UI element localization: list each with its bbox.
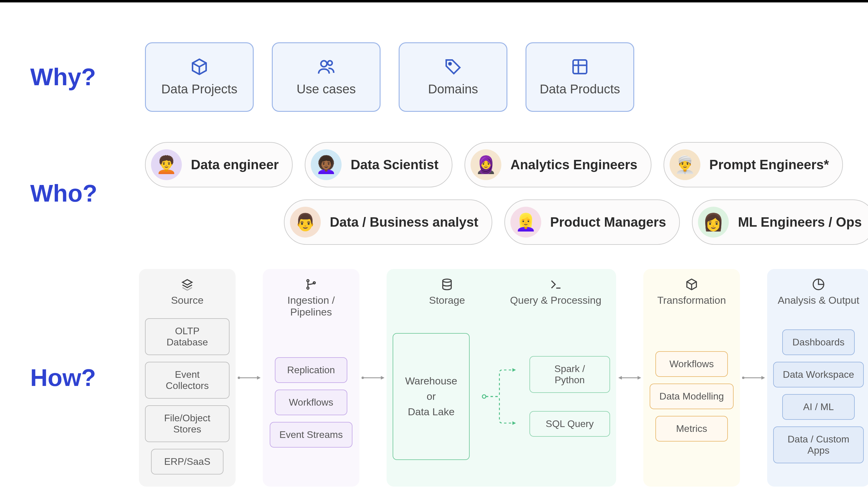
chip-metrics: Metrics (655, 416, 728, 441)
bidir-arrow-icon (616, 373, 643, 382)
how-heading: How? (30, 364, 133, 392)
who-product-managers: 👱‍♀️ Product Managers (504, 199, 680, 245)
svg-marker-10 (257, 376, 261, 380)
who-row-2: 👨 Data / Business analyst 👱‍♀️ Product M… (284, 199, 868, 245)
lane-title: Transformation (657, 294, 726, 306)
dashed-connector-icon (482, 351, 517, 442)
chip-event-collectors: Event Collectors (145, 362, 229, 399)
branch-icon (305, 278, 317, 291)
chip-spark-python: Spark / Python (529, 356, 610, 393)
chip-erp-saas: ERP/SaaS (151, 449, 223, 474)
lane-ingestion: Ingestion / Pipelines Replication Workfl… (263, 269, 360, 487)
svg-marker-17 (618, 376, 622, 380)
lane-storage-processing: Storage Query & Processing Warehouse or … (386, 269, 616, 487)
why-card-projects: Data Projects (145, 42, 254, 112)
why-heading: Why? (30, 63, 133, 91)
cube-icon (190, 58, 208, 76)
svg-point-14 (482, 395, 486, 398)
lane-output: Analysis & Output Dashboards Data Worksp… (767, 269, 868, 487)
lane-title: Analysis & Output (778, 294, 859, 306)
why-card-domains: Domains (399, 42, 507, 112)
tag-icon (444, 58, 462, 76)
arrow-icon (360, 373, 386, 382)
chip-data-workspace: Data Workspace (773, 362, 864, 387)
storage-line1: Warehouse (405, 373, 457, 389)
chip-oltp: OLTP Database (145, 318, 229, 355)
lane-title: Ingestion / Pipelines (269, 294, 353, 318)
chip-sql-query: SQL Query (529, 411, 610, 437)
who-prompt-engineers: 👳‍♂️ Prompt Engineers* (663, 142, 843, 188)
svg-marker-13 (381, 376, 384, 380)
why-label: Use cases (297, 82, 356, 96)
role-label: Analytics Engineers (510, 157, 638, 172)
chip-dashboards: Dashboards (782, 329, 855, 355)
lane-title: Storage (429, 294, 465, 306)
chip-custom-apps: Data / Custom Apps (773, 426, 864, 463)
why-cards: Data Projects Use cases Domains Data Pro… (145, 42, 634, 112)
who-heading: Who? (30, 179, 133, 207)
why-card-usecases: Use cases (272, 42, 380, 112)
chip-ai-ml: AI / ML (782, 394, 855, 420)
who-ml-engineers: 👩 ML Engineers / Ops (692, 199, 868, 245)
svg-marker-15 (513, 368, 516, 372)
database-icon (441, 278, 453, 291)
who-data-scientist: 👩🏾‍🦱 Data Scientist (305, 142, 453, 188)
who-row-1: 🧑‍🦱 Data engineer 👩🏾‍🦱 Data Scientist 🧕 … (145, 142, 868, 188)
lane-title: Source (171, 294, 204, 306)
chip-workflows: Workflows (275, 390, 347, 415)
layers-icon (181, 278, 194, 291)
avatar: 🧕 (470, 149, 501, 180)
arrow-icon (236, 373, 263, 382)
avatar: 🧑‍🦱 (151, 149, 182, 180)
chip-data-modelling: Data Modelling (650, 383, 733, 409)
lane-transformation: Transformation Workflows Data Modelling … (643, 269, 740, 487)
svg-point-11 (362, 377, 364, 379)
avatar: 👨 (290, 207, 321, 237)
role-label: Prompt Engineers* (709, 157, 829, 172)
cube-icon (685, 278, 698, 291)
role-label: Data Scientist (351, 157, 438, 172)
role-label: Product Managers (550, 214, 666, 230)
avatar: 👩🏾‍🦱 (311, 149, 342, 180)
role-label: Data / Business analyst (330, 214, 478, 230)
users-icon (317, 58, 335, 76)
chip-file-stores: File/Object Stores (145, 405, 229, 442)
lane-title: Query & Processing (510, 294, 601, 306)
who-data-engineer: 🧑‍🦱 Data engineer (145, 142, 293, 188)
chip-warehouse-lake: Warehouse or Data Lake (393, 333, 470, 460)
who-business-analyst: 👨 Data / Business analyst (284, 199, 492, 245)
grid-icon (571, 58, 589, 76)
avatar: 👳‍♂️ (670, 149, 701, 180)
why-label: Domains (428, 82, 478, 96)
svg-marker-19 (638, 376, 641, 380)
why-label: Data Products (540, 82, 620, 96)
avatar: 👱‍♀️ (510, 207, 541, 237)
svg-point-8 (238, 377, 240, 379)
svg-point-20 (742, 377, 744, 379)
role-label: Data engineer (191, 157, 279, 172)
role-label: ML Engineers / Ops (738, 214, 862, 230)
storage-line2: or (427, 389, 436, 404)
chip-replication: Replication (275, 357, 347, 383)
piechart-icon (812, 278, 825, 291)
arrow-icon (740, 373, 767, 382)
storage-line3: Data Lake (408, 404, 455, 420)
why-label: Data Projects (161, 82, 238, 96)
svg-marker-22 (762, 376, 765, 380)
terminal-icon (549, 278, 562, 291)
why-card-products: Data Products (526, 42, 634, 112)
lane-source: Source OLTP Database Event Collectors Fi… (139, 269, 236, 487)
svg-marker-16 (513, 421, 516, 425)
who-analytics-engineers: 🧕 Analytics Engineers (465, 142, 651, 188)
chip-transform-workflows: Workflows (655, 351, 728, 377)
chip-event-streams: Event Streams (270, 422, 352, 448)
avatar: 👩 (698, 207, 729, 237)
